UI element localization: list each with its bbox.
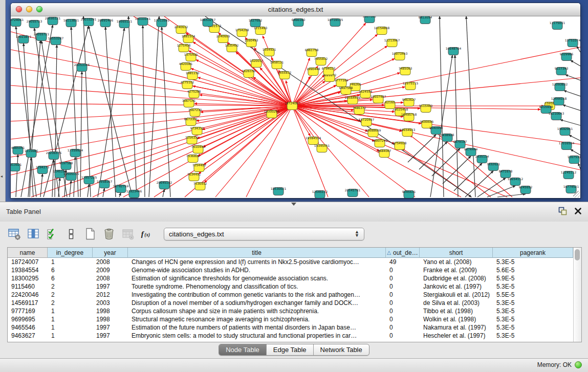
table-cell[interactable]: 2012	[93, 291, 128, 298]
table-settings-button[interactable]	[7, 227, 21, 241]
graph-node[interactable]: 19654923	[400, 128, 416, 137]
graph-node[interactable]: 18907249	[372, 139, 388, 147]
network-window-titlebar[interactable]: citations_edges.txt	[11, 3, 580, 16]
graph-node[interactable]: 10958167	[97, 180, 113, 188]
graph-node[interactable]: 11175031	[550, 21, 565, 30]
graph-node[interactable]: 18530021	[271, 187, 287, 195]
graph-node[interactable]: 4420081	[179, 62, 193, 71]
table-cell[interactable]: 2	[48, 299, 93, 307]
graph-node[interactable]: 7486372	[353, 106, 366, 115]
graph-node[interactable]: 17957225	[81, 176, 97, 184]
graph-node[interactable]: 20053346	[74, 63, 90, 72]
table-cell[interactable]: 18300295	[8, 275, 48, 282]
table-cell[interactable]: 1	[48, 308, 93, 315]
table-cell[interactable]: 5.9E-5	[493, 275, 573, 282]
graph-node[interactable]: 29055723	[27, 19, 42, 28]
close-panel-icon[interactable]	[574, 207, 582, 217]
graph-node[interactable]: 16210643	[549, 112, 564, 120]
table-cell[interactable]: 1	[48, 332, 93, 339]
graph-node[interactable]: 5938928	[441, 133, 454, 142]
table-cell[interactable]: 1998	[93, 316, 128, 323]
select-rows-button[interactable]	[64, 227, 78, 241]
graph-node[interactable]: 1320017	[250, 59, 264, 68]
table-cell[interactable]: Tibbo et al. (1998)	[420, 308, 493, 315]
graph-node[interactable]: 15724061	[11, 18, 24, 27]
table-cell[interactable]: 0	[386, 332, 420, 339]
tab-network-table[interactable]: Network Table	[314, 344, 369, 355]
graph-node[interactable]: 9754928	[393, 141, 407, 150]
graph-node[interactable]: 9329966	[560, 52, 574, 61]
minimize-window-button[interactable]	[26, 6, 32, 12]
graph-node[interactable]: 7254331	[185, 136, 199, 144]
table-cell[interactable]: 5.3E-5	[493, 308, 573, 315]
network-canvas[interactable]: 1872400722406121881504127540813754924420…	[11, 16, 580, 198]
table-cell[interactable]: Stergiakouli et al. (2012)	[420, 291, 493, 298]
graph-node[interactable]: 7610443	[191, 145, 205, 154]
table-cell[interactable]: 1	[48, 316, 93, 323]
table-cell[interactable]: 0	[386, 267, 420, 274]
select-all-columns-button[interactable]	[45, 227, 59, 241]
graph-node[interactable]: 9227343	[555, 67, 569, 75]
graph-node[interactable]: 16113831	[63, 18, 79, 27]
column-header-short[interactable]: short	[420, 248, 493, 258]
graph-node[interactable]: 20206576	[46, 151, 62, 160]
graph-node[interactable]: 15751074	[565, 38, 580, 47]
graph-node[interactable]: 12545112	[312, 190, 328, 199]
table-cell[interactable]: 0	[386, 324, 420, 331]
graph-node[interactable]: 20545781	[345, 188, 361, 197]
table-cell[interactable]: Tourette syndrome. Phenomenology and cla…	[128, 283, 386, 290]
table-cell[interactable]: Changes of HCN gene expression and I(f) …	[128, 258, 386, 266]
table-cell[interactable]: 0	[386, 316, 420, 323]
graph-node[interactable]: 3913921	[11, 163, 22, 171]
table-cell[interactable]: 5.3E-5	[493, 258, 573, 266]
graph-node[interactable]: 1167531	[568, 155, 580, 164]
table-scrollbar[interactable]	[573, 248, 581, 342]
table-row[interactable]: 1872400712008Changes of HCN gene express…	[8, 258, 573, 266]
graph-node[interactable]: 10654112	[508, 177, 524, 186]
table-cell[interactable]: 1997	[93, 332, 128, 339]
graph-node[interactable]: 1990448	[307, 67, 320, 76]
table-cell[interactable]: 9465546	[8, 324, 48, 331]
graph-node[interactable]: 20564436	[345, 96, 361, 104]
graph-node[interactable]: 7536820	[186, 154, 200, 163]
table-cell[interactable]: 2008	[93, 275, 128, 282]
splitpane-collapse-icon[interactable]: ◂	[1, 174, 3, 179]
show-columns-button[interactable]	[26, 227, 40, 241]
table-row[interactable]: 969969511998Structural magnetic resonanc…	[8, 315, 573, 323]
graph-node[interactable]: 1160493	[245, 38, 258, 47]
table-cell[interactable]: 0	[386, 299, 420, 307]
graph-node[interactable]: 4275288	[187, 90, 201, 98]
splitter-grip-icon[interactable]	[291, 203, 296, 206]
table-cell[interactable]: 2	[48, 283, 93, 290]
table-cell[interactable]: 5.5E-5	[493, 291, 573, 298]
column-header-pagerank[interactable]: pagerank	[493, 248, 573, 258]
tab-edge-table[interactable]: Edge Table	[267, 344, 314, 355]
graph-node[interactable]: 16648784	[446, 47, 462, 55]
tab-node-table[interactable]: Node Table	[219, 344, 267, 355]
table-cell[interactable]: 6	[48, 267, 93, 274]
table-source-dropdown[interactable]: citations_edges.txt ▲▼	[164, 228, 364, 240]
graph-node[interactable]: 1215493	[254, 26, 268, 35]
table-cell[interactable]: 5.3E-5	[493, 299, 573, 307]
table-cell[interactable]: 1	[48, 258, 93, 266]
graph-node[interactable]: 9245652	[519, 185, 533, 194]
graph-node[interactable]: 8684067	[378, 149, 391, 158]
table-cell[interactable]: Disruption of a novel member of a sodium…	[128, 299, 386, 307]
table-cell[interactable]: 0	[386, 308, 420, 315]
table-cell[interactable]: 9777169	[8, 308, 48, 315]
graph-node[interactable]: 6794023	[322, 67, 336, 75]
table-cell[interactable]: Dudbridge et al. (2008)	[420, 275, 493, 282]
graph-node[interactable]: 17016504	[559, 141, 575, 150]
table-cell[interactable]: 9463627	[8, 332, 48, 339]
table-cell[interactable]: 5.3E-5	[493, 283, 573, 290]
table-cell[interactable]: 5.6E-5	[493, 267, 573, 274]
graph-node[interactable]: 12093832	[552, 82, 568, 91]
zoom-window-button[interactable]	[36, 6, 42, 12]
table-cell[interactable]: Wolkin et al. (1998)	[420, 316, 493, 323]
graph-node[interactable]: 14023811	[16, 35, 32, 43]
graph-node[interactable]: 3567230	[188, 108, 202, 117]
table-cell[interactable]: 1998	[93, 308, 128, 315]
graph-node[interactable]: 1981230	[186, 71, 200, 80]
graph-node[interactable]: 1555812	[278, 71, 292, 79]
table-cell[interactable]: Embryonic stem cells: a model to study s…	[128, 332, 386, 339]
